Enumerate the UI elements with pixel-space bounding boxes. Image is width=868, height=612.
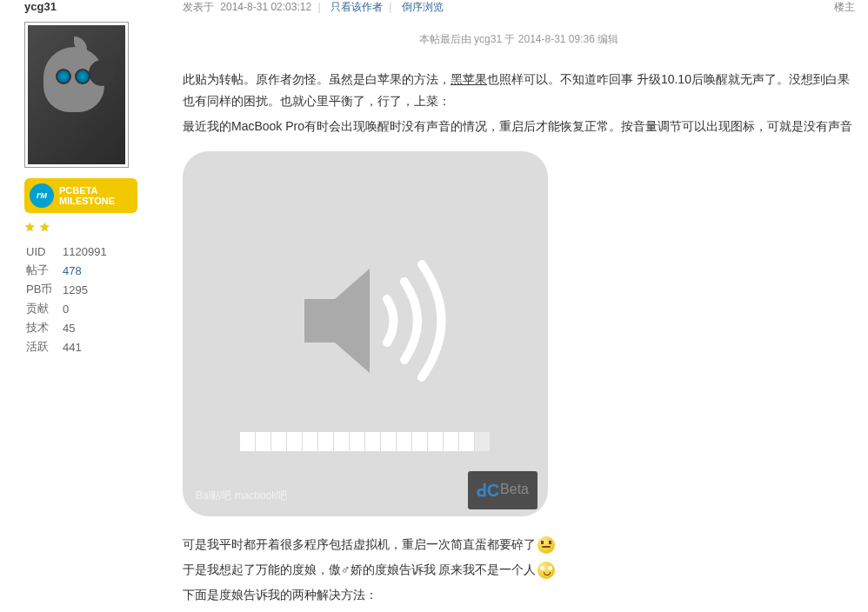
stat-label: 贡献 xyxy=(26,300,61,317)
watermark-pcbeta: ꓒCBeta xyxy=(468,471,537,509)
stat-value: 1295 xyxy=(63,281,155,298)
post-content: 此贴为转帖。原作者勿怪。虽然是白苹果的方法，黑苹果也照样可以。不知道咋回事 升级… xyxy=(183,69,855,606)
avatar[interactable] xyxy=(24,22,129,168)
posted-label: 发表于 xyxy=(183,1,214,13)
stat-value: 0 xyxy=(63,300,155,317)
username: ycg31 xyxy=(24,0,157,13)
watermark-baidu: Bai贴吧 macbook吧 xyxy=(196,487,287,506)
edit-note: 本帖最后由 ycg31 于 2014-8-31 09:36 编辑 xyxy=(183,32,855,47)
posted-time: 2014-8-31 02:03:12 xyxy=(220,1,311,13)
stat-value: 45 xyxy=(63,319,155,336)
post-header: 发表于 2014-8-31 02:03:12 | 只看该作者 | 倒序浏览 楼主 xyxy=(183,0,855,15)
stat-row: 活跃441 xyxy=(26,338,155,356)
user-sidebar: ycg31 I'M PCBETAMILESTONE ★ ★ xyxy=(0,0,170,609)
badge-bubble-icon: I'M xyxy=(30,183,54,208)
post-main: 发表于 2014-8-31 02:03:12 | 只看该作者 | 倒序浏览 楼主… xyxy=(170,0,868,609)
floor-label: 楼主 xyxy=(834,0,855,15)
stat-label: UID xyxy=(26,243,61,260)
stat-row: UID1120991 xyxy=(26,243,155,260)
stat-label: PB币 xyxy=(26,281,61,298)
speaker-icon xyxy=(270,243,461,399)
underlined-text: 黑苹果 xyxy=(451,72,487,86)
user-stats-table: UID1120991帖子478PB币1295贡献0技术45活跃441 xyxy=(24,241,157,357)
view-author-link[interactable]: 只看该作者 xyxy=(331,1,383,13)
angry-emoji-icon xyxy=(537,536,555,554)
stat-label: 技术 xyxy=(26,319,61,336)
stat-value: 478 xyxy=(63,262,155,279)
stat-row: 技术45 xyxy=(26,319,155,336)
stat-row: PB币1295 xyxy=(26,281,155,298)
user-rank-stars: ★ ★ xyxy=(24,220,157,234)
stat-value: 441 xyxy=(63,338,155,356)
star-icon: ★ xyxy=(24,220,36,234)
stat-label: 活跃 xyxy=(26,338,61,356)
reverse-order-link[interactable]: 倒序浏览 xyxy=(402,1,444,13)
stat-row: 帖子478 xyxy=(26,262,155,279)
username-link[interactable]: ycg31 xyxy=(24,0,57,13)
volume-osd-image: Bai贴吧 macbook吧 ꓒCBeta xyxy=(183,151,548,516)
volume-level-bars xyxy=(240,432,491,451)
stat-label: 帖子 xyxy=(26,262,61,279)
milestone-badge: I'M PCBETAMILESTONE xyxy=(24,178,137,213)
stat-row: 贡献0 xyxy=(26,300,155,317)
cry-emoji-icon xyxy=(537,562,555,579)
star-icon: ★ xyxy=(39,220,50,234)
stat-value: 1120991 xyxy=(63,243,155,260)
